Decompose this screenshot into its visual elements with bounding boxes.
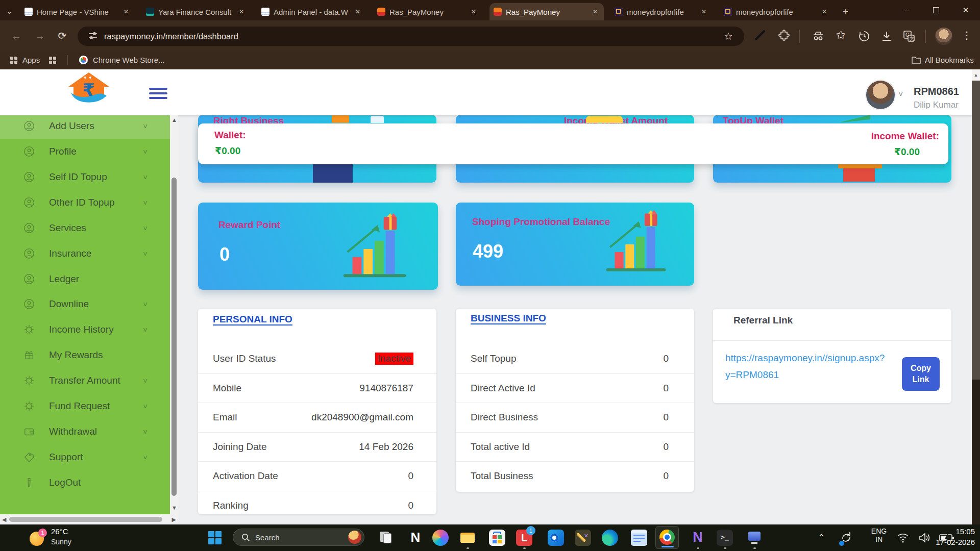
wifi-icon[interactable]: [896, 532, 910, 546]
sidebar-item-withdrawal[interactable]: Withdrawal˅: [0, 419, 170, 444]
sidebar-item-fund-request[interactable]: Fund Request˅: [0, 393, 170, 419]
bookmark-star-icon[interactable]: ☆: [724, 30, 733, 42]
history-icon[interactable]: [857, 30, 871, 45]
file-explorer-icon[interactable]: [459, 530, 476, 546]
copy-link-button[interactable]: Copy Link: [902, 357, 940, 391]
window-close-button[interactable]: ✕: [951, 0, 980, 20]
page-favicon: [261, 8, 270, 16]
address-bar[interactable]: raspaymoney.in/member/dashboard ☆: [78, 27, 744, 46]
stat-card-value: 0: [219, 244, 230, 265]
scroll-right-arrow[interactable]: ▶: [172, 517, 176, 522]
horizontal-scrollbar[interactable]: ◀ ▶: [0, 514, 178, 524]
tray-clock-time[interactable]: 15:05: [909, 527, 975, 536]
forward-icon[interactable]: →: [31, 27, 49, 45]
bookmark-chrome-web-store[interactable]: Chrome Web Store...: [93, 56, 165, 64]
language-indicator[interactable]: ENG IN: [868, 527, 890, 543]
scroll-up-arrow[interactable]: ▲: [974, 73, 978, 78]
table-row: User ID StatusInactive: [198, 344, 436, 374]
sidebar-item-ledger[interactable]: Ledger: [0, 266, 170, 292]
taskbar-search[interactable]: Search: [233, 529, 364, 546]
pc-app-icon[interactable]: [746, 530, 763, 546]
browser-tab[interactable]: Home Page - VShine ✕: [20, 3, 135, 20]
tab-close-icon[interactable]: ✕: [820, 7, 829, 16]
chrome-logo-icon: [659, 530, 675, 545]
weather-icon[interactable]: 1: [29, 529, 47, 547]
sidebar-item-services[interactable]: Services˅: [0, 215, 170, 241]
tab-close-icon[interactable]: ✕: [237, 7, 246, 16]
scroll-down-arrow[interactable]: ▼: [172, 505, 177, 511]
tab-close-icon[interactable]: ✕: [591, 7, 600, 16]
tab-search-icon[interactable]: ⌄: [6, 6, 13, 16]
sidebar-item-add-users[interactable]: Add Users˅: [0, 113, 170, 139]
sidebar-item-logout[interactable]: LogOut: [0, 470, 170, 495]
browser-profile-avatar[interactable]: [935, 28, 952, 45]
apps-label[interactable]: Apps: [22, 56, 40, 64]
scroll-left-arrow[interactable]: ◀: [2, 517, 6, 522]
incognito-icon[interactable]: [812, 30, 825, 45]
notepad-icon[interactable]: [631, 530, 647, 546]
sidebar-toggle-hamburger[interactable]: [149, 88, 167, 102]
referral-link[interactable]: https://raspaymoney.in//signup.aspx? y=R…: [725, 349, 899, 383]
sidebar-item-transfer-amount[interactable]: Transfer Amount˅: [0, 368, 170, 393]
extensions-puzzle-icon[interactable]: [778, 30, 790, 44]
tab-close-icon[interactable]: ✕: [469, 7, 478, 16]
sidebar-item-my-rewards[interactable]: My Rewards: [0, 342, 170, 368]
copilot-icon[interactable]: [432, 530, 449, 546]
browser-tab-active[interactable]: Ras_PayMoney ✕: [489, 3, 604, 20]
tab-close-icon[interactable]: ✕: [121, 7, 131, 16]
browser-tab[interactable]: moneydropforlife ✕: [720, 3, 833, 20]
dev-tools-icon[interactable]: ✕: [575, 530, 591, 546]
window-minimize-button[interactable]: ─: [892, 0, 921, 20]
chrome-taskbar-icon-active[interactable]: [655, 526, 679, 549]
notion-icon[interactable]: N: [407, 530, 424, 546]
horizontal-scrollbar-thumb[interactable]: [9, 517, 162, 522]
tab-close-icon[interactable]: ✕: [699, 7, 708, 16]
tray-chevron-up-icon[interactable]: ⌃: [818, 532, 825, 543]
terminal-icon[interactable]: >_: [717, 530, 733, 546]
l-app-icon[interactable]: L1: [516, 530, 532, 546]
apps-grid-icon[interactable]: [49, 57, 56, 64]
translate-icon[interactable]: G文: [902, 30, 916, 45]
scroll-up-arrow[interactable]: ▲: [172, 117, 177, 123]
url-text[interactable]: raspaymoney.in/member/dashboard: [104, 32, 238, 41]
edge-icon[interactable]: [602, 530, 618, 546]
browser-tab[interactable]: Ras_PayMoney ✕: [373, 3, 482, 20]
site-info-icon[interactable]: [89, 33, 97, 39]
sync-icon[interactable]: [839, 531, 853, 547]
back-icon[interactable]: ←: [7, 27, 26, 45]
browser-menu-kebab-icon[interactable]: ⋮: [962, 29, 972, 41]
page-scrollbar[interactable]: ▲: [972, 69, 980, 524]
sidebar-item-support[interactable]: Support˅: [0, 444, 170, 470]
favorites-star-icon[interactable]: ✩: [836, 29, 845, 42]
new-tab-button[interactable]: ＋: [841, 5, 850, 17]
window-maximize-button[interactable]: [922, 0, 950, 20]
microsoft-store-icon[interactable]: [489, 530, 505, 546]
sidebar-item-downline[interactable]: Downline˅: [0, 291, 170, 317]
outlook-icon[interactable]: [548, 530, 564, 546]
browser-tab[interactable]: Admin Panel - data.W ✕: [257, 3, 366, 20]
sidebar-item-income-history[interactable]: Income History˅: [0, 317, 170, 342]
sidebar-item-insurance[interactable]: Insurance˅: [0, 241, 170, 266]
windows-logo-icon: [208, 531, 222, 544]
user-avatar[interactable]: [866, 81, 895, 109]
tab-close-icon[interactable]: ✕: [353, 7, 362, 16]
browser-tab[interactable]: Yara Finance Consult ✕: [142, 3, 250, 20]
sidebar-scrollbar-thumb[interactable]: [172, 178, 177, 496]
purple-n-app-icon[interactable]: N: [690, 530, 706, 546]
sidebar-item-profile[interactable]: Profile˅: [0, 139, 170, 164]
raspay-money-logo[interactable]: ₹: [53, 71, 125, 114]
browser-tab[interactable]: moneydropforlife ✕: [610, 3, 713, 20]
all-bookmarks-button[interactable]: All Bookmarks: [925, 56, 974, 64]
weather-temp[interactable]: 26°C: [51, 527, 68, 536]
page-scrollbar-thumb[interactable]: [972, 380, 980, 524]
user-menu-chevron-icon[interactable]: ˅: [898, 90, 903, 99]
task-view-icon[interactable]: [378, 530, 394, 546]
apps-grid-icon[interactable]: [10, 57, 17, 64]
start-button[interactable]: [208, 531, 222, 544]
sidebar-item-other-id-topup[interactable]: Other ID Topup˅: [0, 190, 170, 215]
reload-icon[interactable]: ⟳: [53, 27, 71, 45]
downloads-icon[interactable]: [880, 30, 893, 45]
weather-condition[interactable]: Sunny: [51, 538, 71, 546]
sidebar-item-self-id-topup[interactable]: Self ID Topup˅: [0, 164, 170, 190]
tray-clock-date[interactable]: 17-02-2026: [909, 538, 975, 546]
